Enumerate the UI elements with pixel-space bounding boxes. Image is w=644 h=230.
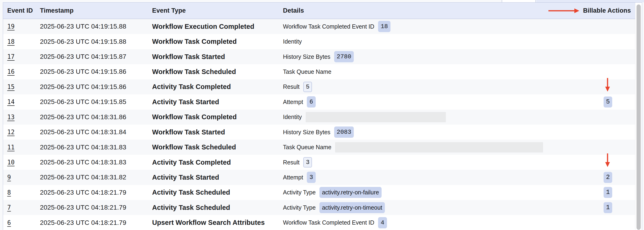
scrollbar-thumb[interactable]	[636, 5, 641, 230]
event-type-label: Activity Task Completed	[152, 159, 231, 166]
table-row: 18 2025-06-23 UTC 04:19:15.88 Workflow T…	[3, 34, 635, 49]
event-timestamp: 2025-06-23 UTC 04:18:31.82	[40, 174, 126, 181]
toolbar-button-fragment[interactable]	[502, 0, 536, 2]
toolbar-segment-fragment[interactable]	[536, 0, 644, 2]
event-id-link[interactable]: 9	[7, 174, 11, 181]
event-timestamp: 2025-06-23 UTC 04:18:31.83	[40, 144, 126, 151]
event-id-link[interactable]: 10	[7, 159, 14, 166]
detail-label: Task Queue Name	[283, 68, 331, 75]
event-timestamp: 2025-06-23 UTC 04:19:15.88	[40, 38, 126, 45]
column-header-billable-actions: Billable Actions	[546, 7, 635, 14]
event-type-label: Activity Task Scheduled	[152, 204, 230, 211]
table-row: 7 2025-06-23 UTC 04:18:21.79 Activity Ta…	[3, 200, 635, 215]
table-row: 17 2025-06-23 UTC 04:19:15.87 Workflow T…	[3, 49, 635, 64]
detail-value-badge: 3	[307, 172, 316, 183]
detail-value-badge: 5	[303, 82, 312, 92]
detail-label: Identity	[283, 38, 302, 45]
red-arrow-down-icon	[605, 153, 610, 167]
event-id-link[interactable]: 13	[7, 113, 14, 121]
detail-label: Result	[283, 83, 300, 90]
event-type-label: Activity Task Started	[152, 98, 219, 106]
vertical-scrollbar[interactable]	[635, 3, 642, 230]
event-timestamp: 2025-06-23 UTC 04:18:21.79	[40, 189, 126, 196]
table-row: 11 2025-06-23 UTC 04:18:31.83 Workflow T…	[3, 140, 635, 155]
event-timestamp: 2025-06-23 UTC 04:18:21.79	[40, 204, 126, 211]
red-arrow-right-icon	[548, 8, 579, 13]
billable-actions-badge: 2	[604, 172, 612, 183]
billable-actions-badge: 1	[604, 202, 612, 213]
table-row: 19 2025-06-23 UTC 04:19:15.88 Workflow E…	[3, 19, 635, 34]
column-header-billable-actions-label: Billable Actions	[583, 7, 631, 14]
red-arrow-down-icon	[605, 78, 610, 92]
event-timestamp: 2025-06-23 UTC 04:18:31.84	[40, 128, 126, 136]
detail-value-badge: 2083	[334, 127, 354, 138]
event-type-label: Workflow Task Completed	[152, 113, 237, 121]
detail-label: Attempt	[283, 174, 303, 181]
event-timestamp: 2025-06-23 UTC 04:18:31.86	[40, 113, 126, 121]
table-header-row: Event ID Timestamp Event Type Details Bi…	[3, 3, 635, 19]
event-id-link[interactable]: 15	[7, 83, 14, 90]
event-id-link[interactable]: 16	[7, 68, 14, 75]
event-id-link[interactable]: 7	[7, 204, 11, 211]
event-timestamp: 2025-06-23 UTC 04:18:21.79	[40, 219, 126, 226]
event-timestamp: 2025-06-23 UTC 04:19:15.86	[40, 83, 126, 90]
event-type-label: Workflow Task Started	[152, 53, 225, 60]
billable-actions-badge: 5	[604, 96, 612, 107]
event-type-label: Workflow Task Started	[152, 128, 225, 136]
event-timestamp: 2025-06-23 UTC 04:19:15.86	[40, 68, 126, 75]
detail-label: Task Queue Name	[283, 144, 331, 151]
event-type-label: Activity Task Scheduled	[152, 189, 230, 196]
detail-label: History Size Bytes	[283, 129, 330, 136]
detail-value-badge: activity.retry-on-timeout	[320, 202, 385, 213]
workflow-history-page: { "colors": { "page_bg": "#f8f9fb", "hea…	[0, 0, 644, 230]
event-id-link[interactable]: 12	[7, 129, 14, 136]
table-row: 8 2025-06-23 UTC 04:18:21.79 Activity Ta…	[3, 185, 635, 200]
event-id-link[interactable]: 17	[7, 53, 14, 60]
event-type-label: Activity Task Completed	[152, 83, 231, 90]
table-row: 9 2025-06-23 UTC 04:18:31.82 Activity Ta…	[3, 170, 635, 185]
table-row: 15 2025-06-23 UTC 04:19:15.86 Activity T…	[3, 79, 635, 94]
event-id-link[interactable]: 19	[7, 23, 14, 30]
toolbar-clipped-strip	[0, 0, 644, 2]
table-row: 6 2025-06-23 UTC 04:18:21.79 Upsert Work…	[3, 215, 635, 230]
detail-label: Workflow Task Completed Event ID	[283, 219, 374, 226]
detail-label: History Size Bytes	[283, 53, 330, 60]
detail-label: Attempt	[283, 99, 303, 105]
event-id-link[interactable]: 6	[7, 219, 11, 226]
detail-label: Activity Type	[283, 189, 316, 196]
detail-value-badge: 18	[378, 21, 390, 32]
column-header-timestamp: Timestamp	[40, 7, 152, 14]
detail-value-badge: 4	[378, 217, 387, 228]
detail-label: Activity Type	[283, 204, 316, 211]
table-row: 10 2025-06-23 UTC 04:18:31.83 Activity T…	[3, 155, 635, 170]
event-history-table: Event ID Timestamp Event Type Details Bi…	[3, 2, 642, 230]
table-row: 14 2025-06-23 UTC 04:19:15.85 Activity T…	[3, 94, 635, 109]
event-type-label: Workflow Task Scheduled	[152, 143, 236, 151]
event-id-link[interactable]: 18	[7, 38, 14, 45]
event-timestamp: 2025-06-23 UTC 04:18:31.83	[40, 159, 126, 166]
redacted-value-block	[306, 112, 446, 122]
table-body: 19 2025-06-23 UTC 04:19:15.88 Workflow E…	[3, 19, 635, 230]
event-timestamp: 2025-06-23 UTC 04:19:15.85	[40, 98, 126, 105]
table-row: 16 2025-06-23 UTC 04:19:15.86 Workflow T…	[3, 64, 635, 79]
redacted-value-block	[335, 142, 543, 153]
detail-label: Result	[283, 159, 300, 166]
event-timestamp: 2025-06-23 UTC 04:19:15.87	[40, 53, 126, 60]
event-type-label: Upsert Workflow Search Attributes	[152, 219, 265, 226]
column-header-event-type: Event Type	[152, 7, 283, 14]
detail-value-badge: 2780	[334, 51, 354, 62]
column-header-details: Details	[283, 7, 546, 14]
billable-actions-badge: 1	[604, 187, 612, 198]
event-id-link[interactable]: 8	[7, 189, 11, 196]
event-type-label: Activity Task Started	[152, 174, 219, 181]
event-id-link[interactable]: 11	[7, 144, 14, 151]
detail-label: Identity	[283, 113, 302, 121]
detail-value-badge: 6	[307, 96, 316, 107]
detail-label: Workflow Task Completed Event ID	[283, 23, 374, 30]
event-type-label: Workflow Execution Completed	[152, 23, 254, 30]
detail-value-badge: 3	[303, 157, 312, 167]
table-row: 13 2025-06-23 UTC 04:18:31.86 Workflow T…	[3, 109, 635, 125]
column-header-event-id: Event ID	[3, 7, 40, 14]
event-id-link[interactable]: 14	[7, 98, 14, 105]
table-row: 12 2025-06-23 UTC 04:18:31.84 Workflow T…	[3, 125, 635, 140]
